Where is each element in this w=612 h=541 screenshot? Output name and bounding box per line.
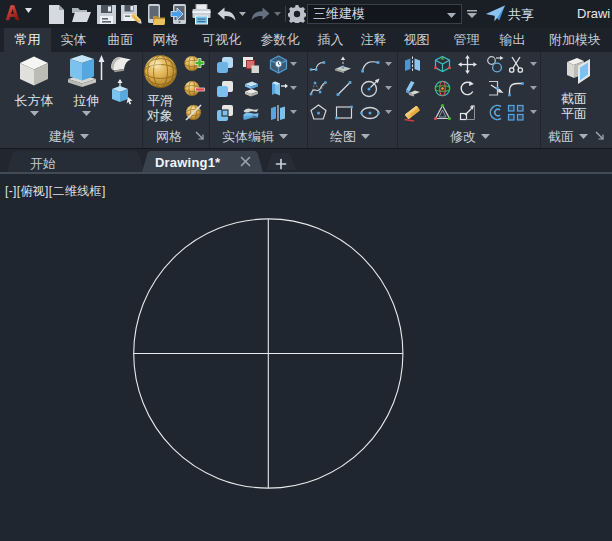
viewport-control-minus[interactable]: [-] xyxy=(5,184,17,198)
solid-row1-dropdown-icon[interactable] xyxy=(290,62,297,66)
save-to-mobile-icon[interactable] xyxy=(170,4,188,25)
trim-icon[interactable] xyxy=(507,55,525,74)
smooth-less-icon[interactable] xyxy=(184,79,205,98)
ribbon-tab-solid[interactable]: 实体 xyxy=(51,28,96,52)
solid-offset-edges-icon[interactable] xyxy=(269,80,288,98)
solid-union-icon[interactable] xyxy=(216,56,234,74)
solid-row3-dropdown-icon[interactable] xyxy=(290,110,297,114)
smooth-none-icon[interactable] xyxy=(184,103,205,122)
ribbon-tab-parametric[interactable]: 参数化 xyxy=(251,28,309,52)
file-tab-close-icon[interactable] xyxy=(240,156,251,167)
drawing-canvas[interactable]: [-][俯视][二维线框] xyxy=(0,174,612,541)
polygon-icon[interactable] xyxy=(309,103,328,122)
erase-icon[interactable] xyxy=(403,103,422,122)
redo-icon[interactable] xyxy=(251,7,270,21)
align-3d-icon[interactable] xyxy=(433,103,452,122)
panel-section-launcher-icon[interactable] xyxy=(595,131,606,142)
ribbon-tab-visualize[interactable]: 可视化 xyxy=(193,28,250,52)
extrude-dropdown-icon[interactable] xyxy=(82,111,91,116)
smooth-more-icon[interactable] xyxy=(184,54,205,73)
undo-icon[interactable] xyxy=(217,7,236,21)
plot-printer-icon[interactable] xyxy=(192,4,211,25)
line-icon[interactable] xyxy=(335,79,353,98)
extrude-button[interactable]: 拉伸 xyxy=(63,54,109,116)
solid-thicken-icon[interactable] xyxy=(242,80,260,98)
share-button[interactable]: 共享 xyxy=(508,6,534,24)
qat-expand-icon[interactable] xyxy=(467,10,477,18)
workspace-selector[interactable]: 三维建模 xyxy=(307,4,462,24)
workspace-dropdown-icon[interactable] xyxy=(447,13,456,18)
ribbon-tab-output[interactable]: 输出 xyxy=(490,28,535,52)
box-dropdown-icon[interactable] xyxy=(30,111,39,116)
copy-icon[interactable] xyxy=(486,55,504,74)
rectangle-icon[interactable] xyxy=(334,104,354,121)
smooth-object-button[interactable]: 平滑 对象 xyxy=(140,54,180,123)
app-logo-a-icon[interactable] xyxy=(4,3,21,22)
fillet-dropdown-icon[interactable] xyxy=(530,86,537,90)
box-button[interactable]: 长方体 xyxy=(12,54,56,116)
ribbon-tab-home[interactable]: 常用 xyxy=(4,28,51,52)
presspull-icon[interactable] xyxy=(106,79,134,105)
move-icon[interactable] xyxy=(458,55,477,74)
file-tab-start[interactable]: 开始 xyxy=(7,151,144,172)
save-icon[interactable] xyxy=(97,5,116,24)
undo-dropdown-icon[interactable] xyxy=(239,12,246,16)
trim-dropdown-icon[interactable] xyxy=(530,62,537,66)
ellipse-icon[interactable] xyxy=(359,105,381,121)
plus-icon[interactable] xyxy=(275,158,287,170)
solid-shell-icon[interactable] xyxy=(242,104,260,122)
redo-dropdown-icon[interactable] xyxy=(274,12,281,16)
circle-icon[interactable] xyxy=(359,78,381,99)
solid-interfere-icon[interactable] xyxy=(269,55,288,74)
panel-mesh-launcher-icon[interactable] xyxy=(195,131,206,142)
panel-label-modeling[interactable]: 建模 xyxy=(49,129,89,144)
ribbon-tab-annotate[interactable]: 注释 xyxy=(351,28,396,52)
solid-separate-icon[interactable] xyxy=(216,104,234,122)
rotate-3d-icon[interactable] xyxy=(433,79,452,98)
ribbon-tab-surface[interactable]: 曲面 xyxy=(98,28,143,52)
scale-icon[interactable] xyxy=(458,103,477,122)
panel-separator xyxy=(307,52,308,148)
ribbon-tab-addins[interactable]: 附加模块 xyxy=(542,28,608,52)
panel-label-mesh[interactable]: 网格 xyxy=(156,129,182,144)
open-folder-icon[interactable] xyxy=(72,6,91,22)
mirror-3d-icon[interactable] xyxy=(403,55,422,74)
arc-dropdown-icon[interactable] xyxy=(385,62,392,66)
ellipse-dropdown-icon[interactable] xyxy=(385,110,392,114)
panel-label-solid-editing[interactable]: 实体编辑 xyxy=(222,129,288,144)
panel-label-section[interactable]: 截面 xyxy=(548,129,588,144)
solid-row2-dropdown-icon[interactable] xyxy=(290,86,297,90)
surface-region-icon[interactable] xyxy=(334,56,353,74)
viewport-control-view[interactable]: [俯视] xyxy=(17,184,49,198)
fillet-icon[interactable] xyxy=(507,79,525,98)
move-3d-icon[interactable] xyxy=(433,55,452,74)
solid-subtract-icon[interactable] xyxy=(242,56,260,74)
arc-icon[interactable] xyxy=(360,55,381,74)
array-dropdown-icon[interactable] xyxy=(530,110,537,114)
ribbon-tab-insert[interactable]: 插入 xyxy=(308,28,353,52)
array-icon[interactable] xyxy=(507,103,525,122)
planar-surface-icon[interactable] xyxy=(108,54,134,76)
ribbon-tab-manage[interactable]: 管理 xyxy=(444,28,489,52)
ribbon-tab-view[interactable]: 视图 xyxy=(394,28,439,52)
polyline-icon[interactable] xyxy=(309,56,327,74)
share-plane-icon[interactable] xyxy=(486,5,505,23)
ribbon-tab-mesh[interactable]: 网格 xyxy=(143,28,188,52)
panel-label-draw[interactable]: 绘图 xyxy=(330,129,370,144)
save-as-icon[interactable] xyxy=(121,5,143,25)
slice-icon[interactable] xyxy=(403,79,422,98)
solid-slice-icon[interactable] xyxy=(216,80,234,98)
viewport-control-visual-style[interactable]: [二维线框] xyxy=(49,184,106,198)
section-plane-button[interactable]: 截面 平面 xyxy=(552,56,596,121)
extend-icon[interactable] xyxy=(486,79,505,98)
rotate-icon[interactable] xyxy=(458,79,477,98)
spline-icon[interactable] xyxy=(309,79,328,98)
solid-check-icon[interactable] xyxy=(269,104,288,122)
offset-icon[interactable] xyxy=(486,103,505,122)
circle-dropdown-icon[interactable] xyxy=(385,86,392,90)
logo-dropdown-icon[interactable] xyxy=(25,8,32,13)
new-file-icon[interactable] xyxy=(48,5,65,24)
workspace-gear-icon[interactable] xyxy=(288,5,306,23)
open-from-mobile-icon[interactable] xyxy=(146,4,165,25)
panel-label-modify[interactable]: 修改 xyxy=(450,129,490,144)
